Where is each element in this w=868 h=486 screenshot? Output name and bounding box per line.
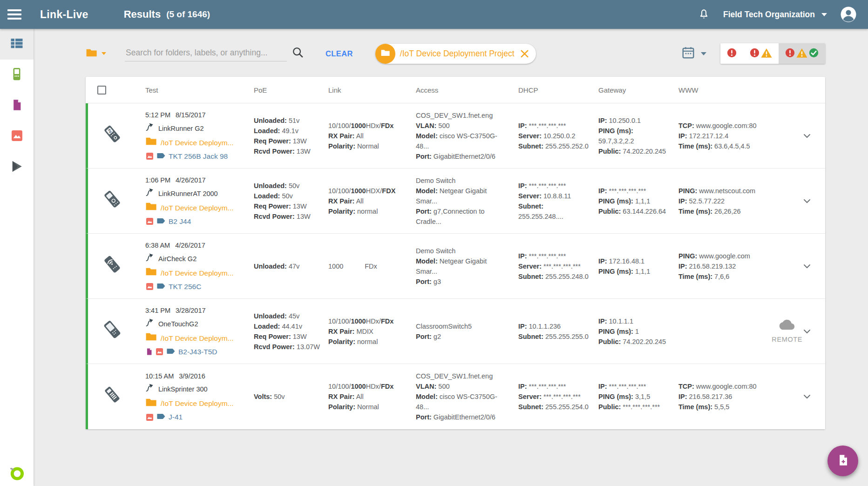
results-count: (5 of 1646) (166, 9, 210, 20)
column-header-gateway[interactable]: Gateway (590, 86, 670, 94)
table-row[interactable]: 3:41 PM3/28/2017 OneTouchG2 /IoT Device … (86, 299, 825, 364)
poe-cell: Unloaded: 45vLoaded: 44.41vReq Power: 13… (245, 299, 320, 364)
clear-filters-button[interactable]: CLEAR (326, 49, 353, 58)
tag-icon (157, 151, 166, 162)
www-cell: PING: www.netscout.comIP: 52.5.77.222Tim… (670, 169, 787, 233)
poe-cell: Volts: 50v (245, 364, 320, 429)
label-link[interactable]: TKT 256C (145, 282, 245, 292)
test-cell: 10:15 AM3/9/2016 LinkSprinter 300 /IoT D… (137, 364, 245, 429)
select-all-checkbox[interactable] (97, 86, 106, 94)
tag-icon (157, 282, 166, 292)
folder-link[interactable]: /IoT Device Deploym... (145, 332, 245, 344)
test-timestamp: 3:41 PM3/28/2017 (145, 305, 245, 316)
folder-filter-dropdown[interactable] (86, 48, 106, 60)
folder-icon (375, 44, 395, 64)
access-cell: COS_DEV_SW1.fnet.engVLAN: 500Model: cisc… (407, 364, 510, 429)
chevron-down-icon (821, 13, 827, 16)
poe-cell: Unloaded: 50vLoaded: 50vReq Power: 13WRc… (245, 169, 320, 233)
table-row[interactable]: 1:06 PM4/26/2017 LinkRunnerAT 2000 /IoT … (86, 169, 825, 234)
folder-icon (145, 267, 157, 279)
chevron-down-icon (701, 52, 706, 55)
menu-icon[interactable] (7, 9, 21, 20)
expand-chevron-icon[interactable] (801, 261, 813, 272)
sidebar-item-app-store[interactable] (0, 152, 34, 182)
add-result-fab[interactable] (827, 446, 858, 476)
label-link[interactable]: J-41 (145, 412, 245, 422)
access-cell: Demo SwitchModel: Netgear Gigabit Smar..… (407, 234, 510, 298)
expand-chevron-icon[interactable] (801, 196, 813, 207)
filter-errors-warnings-button[interactable] (743, 43, 779, 64)
folder-icon (145, 136, 157, 149)
www-cell: TCP: www.google.com:80IP: 216.58.217.36T… (670, 364, 787, 429)
table-body: 2 5:12 PM8/15/2017 LinkRunner G2 /IoT De… (86, 103, 825, 429)
device-name: OneTouchG2 (158, 319, 198, 329)
column-header-www[interactable]: WWW (670, 86, 787, 94)
expand-chevron-icon[interactable] (801, 326, 813, 337)
label-link[interactable]: B2 J44 (145, 216, 245, 227)
test-cell: 1:06 PM4/26/2017 LinkRunnerAT 2000 /IoT … (137, 169, 245, 233)
table-row[interactable]: 6:38 AM4/26/2017 AirCheck G2 /IoT Device… (86, 234, 825, 299)
device-name-line: LinkRunner G2 (145, 122, 245, 135)
access-cell: ClassroomSwitch5Port: g2 (407, 299, 510, 364)
cable-icon (145, 188, 155, 200)
www-cell: TCP: www.google.com:80IP: 172.217.12.4Ti… (670, 103, 787, 168)
org-selector[interactable]: Field Tech Organization (723, 10, 827, 20)
expand-chevron-icon[interactable] (801, 130, 813, 142)
dhcp-cell: IP: ***.***.***.***Server: ***.***.***.*… (510, 364, 590, 429)
account-avatar-icon[interactable] (840, 6, 857, 23)
column-header-access[interactable]: Access (407, 86, 510, 94)
error-icon (750, 48, 760, 59)
column-header-test[interactable]: Test (137, 86, 245, 94)
dhcp-cell: IP: ***.***.***.***Server: 10.8.8.11Subn… (510, 169, 590, 233)
search-icon[interactable] (292, 46, 304, 61)
chip-label: /IoT Device Deployment Project (400, 49, 515, 59)
netally-ring-logo (9, 465, 25, 483)
link-cell: 1000FDx (320, 234, 407, 298)
aircheck-g2-device-icon (100, 252, 125, 280)
sidebar-item-results[interactable] (0, 29, 34, 60)
folder-link[interactable]: /IoT Device Deploym... (145, 202, 245, 214)
filter-errors-button[interactable] (720, 43, 743, 64)
sidebar-item-units[interactable] (0, 60, 34, 90)
folder-link[interactable]: /IoT Device Deploym... (145, 267, 245, 279)
device-name-line: OneTouchG2 (145, 318, 245, 330)
folder-icon (145, 202, 157, 214)
test-timestamp: 6:38 AM4/26/2017 (145, 240, 245, 250)
table-row[interactable]: 10:15 AM3/9/2016 LinkSprinter 300 /IoT D… (86, 364, 825, 429)
document-icon (145, 348, 153, 356)
device-name-line: LinkRunnerAT 2000 (145, 188, 245, 200)
results-table: Test PoE Link Access DHCP Gateway WWW 2 … (86, 77, 825, 429)
filter-bar: CLEAR /IoT Device Deployment Project (86, 43, 825, 64)
dhcp-cell: IP: ***.***.***.***Server: 10.250.0.2Sub… (510, 103, 590, 168)
date-filter-dropdown[interactable] (681, 46, 706, 61)
filter-all-statuses-button[interactable] (779, 43, 825, 64)
cable-icon (145, 253, 155, 265)
device-name: LinkRunnerAT 2000 (158, 189, 218, 199)
image-icon (10, 129, 24, 144)
column-header-poe[interactable]: PoE (245, 86, 320, 94)
gateway-cell: IP: 10.250.0.1PING (ms): 59.7,3.2,2.2Pub… (590, 103, 670, 168)
folder-filter-chip[interactable]: /IoT Device Deployment Project (375, 44, 536, 64)
notifications-bell-icon[interactable] (698, 8, 710, 21)
folder-link[interactable]: /IoT Device Deploym... (145, 398, 245, 410)
label-link[interactable]: TKT 256B Jack 98 (145, 151, 245, 162)
table-row[interactable]: 2 5:12 PM8/15/2017 LinkRunner G2 /IoT De… (86, 103, 825, 169)
expand-chevron-icon[interactable] (801, 391, 813, 402)
column-header-link[interactable]: Link (320, 86, 407, 94)
column-header-dhcp[interactable]: DHCP (510, 86, 590, 94)
search-input[interactable] (125, 46, 287, 61)
close-icon[interactable] (519, 48, 530, 59)
cable-icon (145, 122, 155, 135)
gateway-cell: IP: 10.1.1.1PING (ms): 1Public: 74.202.2… (590, 299, 670, 364)
status-filter-group (720, 43, 825, 64)
test-timestamp: 5:12 PM8/15/2017 (145, 110, 245, 120)
app-brand: Link-Live (40, 8, 88, 21)
org-name: Field Tech Organization (723, 10, 815, 20)
device-name: AirCheck G2 (158, 254, 197, 264)
sidebar-item-photos[interactable] (0, 121, 34, 152)
folder-link[interactable]: /IoT Device Deploym... (145, 136, 245, 149)
sidebar-item-reports[interactable] (0, 90, 34, 121)
dhcp-cell: IP: 10.1.1.236Subnet: 255.255.255.0 (510, 299, 590, 364)
label-link[interactable]: B2-J43-T5D (145, 347, 245, 357)
document-icon (11, 99, 23, 113)
